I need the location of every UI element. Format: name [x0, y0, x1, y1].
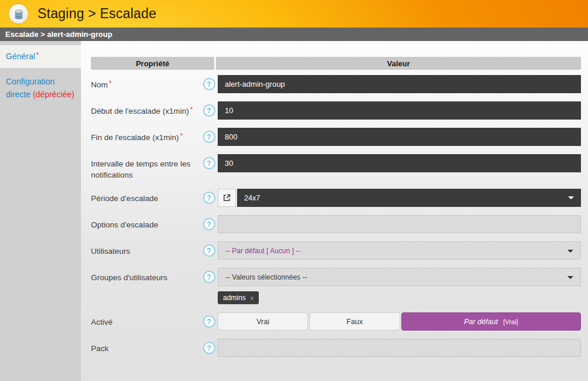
form-content: Propriété Valeur Nom* ? alert-admin-grou… — [81, 41, 588, 381]
sidebar: Général* Configuration directe (déprécié… — [0, 41, 81, 381]
chevron-down-icon — [567, 276, 573, 279]
label-text: Groupes d'utilisateurs — [91, 273, 167, 282]
required-asterisk: * — [180, 132, 183, 140]
form-row-options: Options d'escalade ? — [91, 215, 581, 233]
field-label-options: Options d'escalade — [91, 215, 200, 230]
required-asterisk: * — [190, 106, 193, 114]
periode-select[interactable]: 24x7 — [237, 189, 581, 207]
field-label-periode: Période d'escalade — [91, 189, 200, 204]
groupes-utilisateurs-select[interactable]: -- Valeurs sélectionnées -- — [218, 268, 581, 286]
app-logo — [9, 4, 28, 23]
label-text: Activé — [91, 318, 113, 326]
pack-input[interactable] — [218, 339, 581, 357]
remove-tag-icon[interactable]: x — [251, 294, 254, 301]
intervalle-input[interactable]: 30 — [218, 154, 581, 172]
field-label-utilisateurs: Utilisateurs — [91, 241, 200, 257]
help-icon[interactable]: ? — [203, 218, 215, 230]
faux-button[interactable]: Faux — [309, 312, 400, 331]
form-row-utilisateurs: Utilisateurs ? -- Par défaut [ Aucun ] -… — [91, 241, 581, 260]
selected-tag-admins[interactable]: admins x — [218, 291, 259, 304]
sidebar-item-label: Général — [6, 52, 35, 61]
deprecated-note: (dépréciée) — [33, 90, 75, 99]
label-text: Intervalle de temps entre les notificati… — [91, 159, 191, 179]
vrai-button[interactable]: Vrai — [218, 312, 308, 331]
label-text: Début de l'escalade (x1min) — [91, 107, 189, 115]
form-row-fin-escalade: Fin de l'escalade (x1min)* ? 800 — [91, 128, 581, 146]
main-layout: Général* Configuration directe (déprécié… — [0, 41, 588, 381]
selected-value: -- Valeurs sélectionnées -- — [225, 273, 307, 281]
external-link-icon — [222, 193, 231, 202]
utilisateurs-select[interactable]: -- Par défaut [ Aucun ] -- — [218, 241, 581, 260]
form-row-pack: Pack ? — [91, 339, 581, 357]
field-label-fin: Fin de l'escalade (x1min)* — [91, 128, 200, 144]
label-text: Utilisateurs — [91, 247, 130, 256]
column-header-valeur: Valeur — [216, 57, 581, 70]
column-header-propriete: Propriété — [91, 57, 214, 70]
help-icon[interactable]: ? — [203, 104, 215, 117]
help-icon[interactable]: ? — [203, 271, 215, 283]
form-row-nom: Nom* ? alert-admin-group — [91, 75, 581, 93]
field-label-active: Activé — [91, 312, 200, 328]
table-header: Propriété Valeur — [91, 57, 581, 70]
breadcrumb-text: Escalade > alert-admin-group — [5, 30, 112, 39]
form-row-intervalle: Intervalle de temps entre les notificati… — [91, 154, 581, 181]
par-defaut-button[interactable]: Par défaut [Vrai] — [401, 312, 582, 331]
default-state: [Vrai] — [503, 318, 518, 325]
form-row-debut-escalade: Début de l'escalade (x1min)* ? 10 — [91, 101, 581, 120]
label-text: Options d'escalade — [91, 220, 158, 229]
selected-value: -- Par défaut [ Aucun ] -- — [225, 247, 300, 255]
help-icon[interactable]: ? — [203, 244, 215, 257]
help-icon[interactable]: ? — [203, 342, 215, 354]
help-icon[interactable]: ? — [203, 315, 215, 328]
nom-input[interactable]: alert-admin-group — [218, 75, 581, 93]
database-icon — [12, 8, 25, 21]
label-text: Fin de l'escalade (x1min) — [91, 133, 179, 142]
chevron-down-icon — [568, 196, 574, 199]
sidebar-item-configuration-directe[interactable]: Configuration directe (dépréciée) — [0, 75, 81, 101]
fin-escalade-input[interactable]: 800 — [218, 128, 581, 146]
form-row-active: Activé ? Vrai Faux Par défaut [Vrai] — [91, 312, 581, 331]
help-icon[interactable]: ? — [203, 192, 215, 204]
label-text: Pack — [91, 344, 109, 353]
field-label-intervalle: Intervalle de temps entre les notificati… — [91, 154, 200, 181]
default-label: Par défaut — [464, 318, 498, 326]
tag-label: admins — [223, 294, 246, 302]
help-icon[interactable]: ? — [203, 157, 215, 169]
required-asterisk: * — [36, 51, 39, 59]
page-title: Staging > Escalade — [38, 6, 156, 22]
field-label-debut: Début de l'escalade (x1min)* — [91, 101, 200, 117]
form-row-groupes: Groupes d'utilisateurs ? -- Valeurs séle… — [91, 268, 581, 304]
options-escalade-input[interactable] — [218, 215, 581, 233]
app-header: Staging > Escalade — [0, 0, 588, 28]
breadcrumb: Escalade > alert-admin-group — [0, 28, 588, 41]
field-label-nom: Nom* — [91, 75, 200, 91]
label-text: Période d'escalade — [91, 194, 158, 203]
help-icon[interactable]: ? — [203, 78, 215, 90]
debut-escalade-input[interactable]: 10 — [218, 101, 581, 120]
page: Staging > Escalade Escalade > alert-admi… — [0, 0, 588, 381]
label-text: Nom — [91, 80, 108, 89]
field-label-pack: Pack — [91, 339, 200, 354]
selected-value: 24x7 — [244, 194, 260, 202]
field-label-groupes: Groupes d'utilisateurs — [91, 268, 200, 283]
sidebar-item-general[interactable]: Général* — [0, 45, 81, 68]
external-link-button[interactable] — [218, 189, 236, 207]
chevron-down-icon — [567, 250, 573, 253]
help-icon[interactable]: ? — [203, 131, 215, 143]
form-row-periode: Période d'escalade ? 24x7 — [91, 189, 581, 207]
required-asterisk: * — [109, 79, 112, 87]
